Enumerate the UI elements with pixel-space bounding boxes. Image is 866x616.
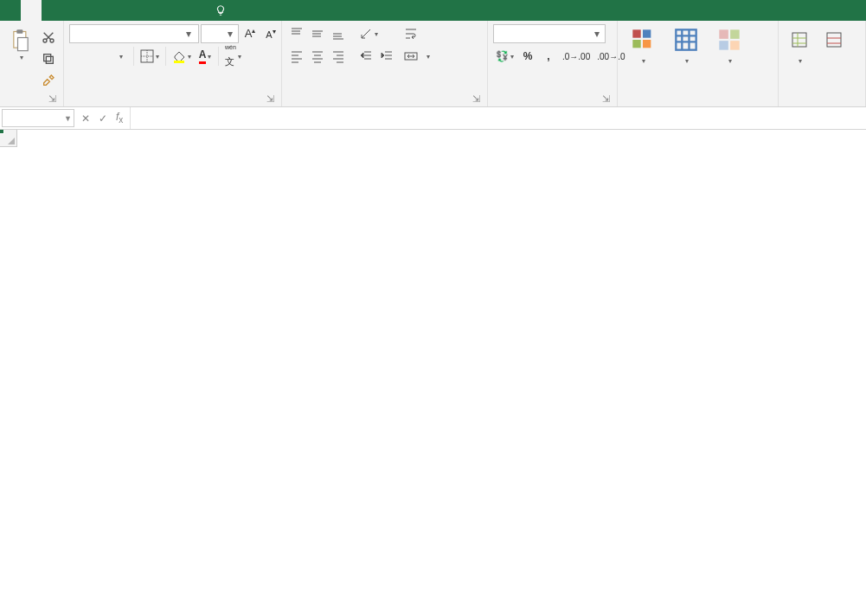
align-middle-icon — [311, 27, 324, 41]
cancel-formula-button[interactable]: ✕ — [81, 112, 90, 125]
tab-insert[interactable] — [42, 0, 62, 21]
increase-font-button[interactable]: A▴ — [241, 24, 260, 43]
enter-formula-button[interactable]: ✓ — [99, 112, 107, 125]
alignment-dialog-launcher[interactable]: ⇲ — [470, 93, 482, 105]
chevron-down-icon[interactable]: ▾ — [183, 28, 195, 40]
copy-button[interactable] — [39, 49, 58, 68]
svg-rect-17 — [719, 41, 728, 49]
group-cells: ▾ — [779, 21, 866, 106]
wrap-text-icon — [404, 27, 418, 41]
cell-styles-icon — [717, 28, 741, 52]
paste-icon — [9, 28, 33, 54]
bold-button[interactable] — [69, 47, 88, 66]
clipboard-dialog-launcher[interactable]: ⇲ — [46, 93, 58, 105]
number-format-input[interactable] — [494, 25, 591, 42]
cell-styles-button[interactable]: ▾ — [709, 24, 749, 68]
underline-button[interactable]: ▾ — [111, 47, 130, 66]
comma-button[interactable]: , — [539, 47, 558, 66]
phonetic-icon: wén文 — [225, 44, 236, 68]
insert-cells-icon — [789, 29, 810, 50]
increase-indent-button[interactable] — [377, 47, 396, 66]
wrap-text-button[interactable] — [401, 24, 484, 43]
align-left-icon — [290, 49, 304, 63]
formula-input[interactable] — [130, 107, 866, 129]
svg-rect-10 — [632, 29, 640, 37]
insert-cells-button[interactable]: ▾ — [784, 24, 815, 68]
chevron-down-icon[interactable]: ▾ — [224, 28, 236, 40]
number-dialog-launcher[interactable]: ⇲ — [600, 93, 612, 105]
svg-rect-1 — [16, 29, 22, 34]
svg-rect-6 — [44, 55, 51, 61]
italic-button[interactable] — [90, 47, 109, 66]
font-family-combo[interactable]: ▾ — [69, 24, 199, 43]
increase-indent-icon — [380, 49, 394, 63]
tab-team[interactable] — [187, 0, 208, 21]
borders-icon — [140, 49, 154, 63]
align-right-icon — [331, 49, 345, 63]
tab-file[interactable] — [0, 0, 21, 21]
align-right-button[interactable] — [329, 47, 348, 66]
decrease-font-button[interactable]: A▾ — [261, 24, 280, 43]
align-bottom-button[interactable] — [329, 24, 348, 43]
align-left-button[interactable] — [287, 47, 306, 66]
select-all-button[interactable] — [0, 130, 17, 147]
chevron-down-icon[interactable]: ▼ — [64, 114, 72, 123]
align-top-icon — [290, 27, 304, 41]
chevron-down-icon[interactable]: ▾ — [591, 28, 603, 40]
group-clipboard: ▾ ⇲ — [0, 21, 64, 106]
svg-rect-20 — [827, 33, 841, 47]
conditional-formatting-button[interactable]: ▾ — [623, 24, 663, 68]
tell-me[interactable] — [208, 0, 239, 21]
tab-help[interactable] — [166, 0, 187, 21]
percent-button[interactable]: % — [518, 47, 537, 66]
copy-icon — [42, 52, 55, 66]
group-number: ▾ 💱▾ % , .0→.00 .00→.0 ⇲ — [488, 21, 618, 106]
svg-rect-2 — [17, 38, 28, 51]
fill-color-button[interactable]: ▾ — [170, 47, 194, 66]
font-family-input[interactable] — [70, 25, 183, 42]
ribbon: ▾ ⇲ ▾ ▾ A▴ A▾ ▾ ▾ — [0, 21, 866, 107]
decrease-font-icon: A▾ — [266, 28, 275, 40]
format-as-table-button[interactable]: ▾ — [666, 24, 706, 68]
svg-rect-13 — [643, 40, 651, 48]
number-format-combo[interactable]: ▾ — [493, 24, 606, 43]
group-alignment: ▾ ▾ — [282, 21, 488, 106]
font-dialog-launcher[interactable]: ⇲ — [264, 93, 276, 105]
cut-icon — [42, 30, 55, 44]
tab-layout[interactable] — [62, 0, 83, 21]
cut-button[interactable] — [39, 28, 58, 47]
font-color-button[interactable]: A▾ — [196, 47, 215, 66]
merge-center-button[interactable]: ▾ — [401, 47, 497, 66]
borders-button[interactable]: ▾ — [138, 47, 162, 66]
delete-cells-icon — [824, 29, 844, 50]
name-box[interactable]: ▼ — [2, 109, 74, 127]
spreadsheet-grid — [0, 130, 866, 616]
paste-button[interactable]: ▾ — [5, 24, 35, 61]
phonetic-button[interactable]: wén文▾ — [222, 47, 244, 66]
font-size-combo[interactable]: ▾ — [201, 24, 239, 43]
svg-rect-12 — [632, 40, 640, 48]
tab-view[interactable] — [145, 0, 166, 21]
align-center-icon — [311, 49, 324, 63]
merge-icon — [404, 49, 418, 63]
orientation-button[interactable]: ▾ — [356, 24, 381, 43]
font-size-input[interactable] — [202, 25, 224, 42]
tab-formulas[interactable] — [83, 0, 104, 21]
percent-icon: % — [523, 50, 533, 62]
increase-decimal-button[interactable]: .0→.00 — [560, 47, 593, 66]
tab-data[interactable] — [104, 0, 125, 21]
decrease-indent-button[interactable] — [356, 47, 375, 66]
group-font: ▾ ▾ A▴ A▾ ▾ ▾ ▾ A▾ wén文▾ ⇲ — [64, 21, 282, 106]
insert-function-button[interactable]: fx — [116, 111, 123, 125]
align-middle-button[interactable] — [308, 24, 327, 43]
tab-review[interactable] — [125, 0, 145, 21]
svg-rect-11 — [643, 29, 651, 37]
align-center-button[interactable] — [308, 47, 327, 66]
accounting-format-button[interactable]: 💱▾ — [493, 47, 516, 66]
svg-rect-5 — [46, 56, 53, 63]
tab-home[interactable] — [21, 0, 42, 21]
format-painter-button[interactable] — [39, 71, 58, 90]
align-top-button[interactable] — [287, 24, 306, 43]
lightbulb-icon — [215, 4, 227, 16]
delete-cells-button[interactable] — [818, 24, 850, 57]
